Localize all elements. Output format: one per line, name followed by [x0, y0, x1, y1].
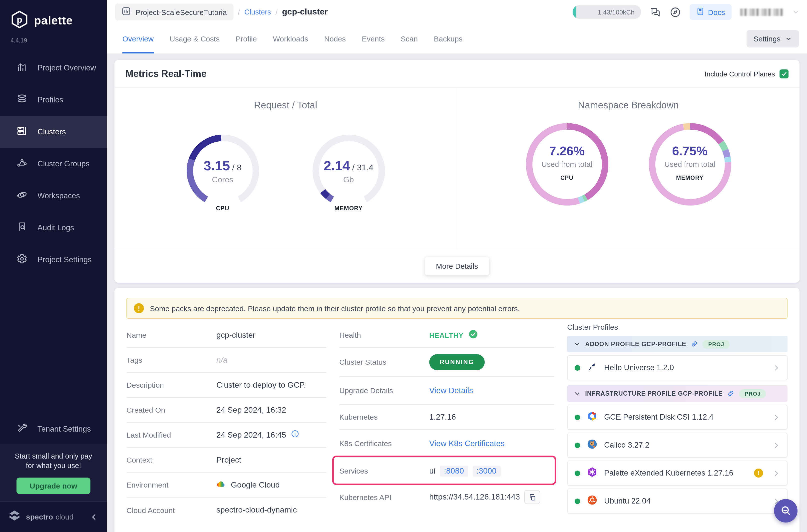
- sidebar-item-project-settings[interactable]: Project Settings: [0, 244, 107, 276]
- sidebar-item-audit-logs[interactable]: Audit Logs: [0, 212, 107, 244]
- view-details-link[interactable]: View Details: [429, 386, 473, 395]
- cluster-status-pill[interactable]: RUNNING: [429, 354, 485, 370]
- palette-logo-icon: p: [10, 10, 29, 31]
- memory-used-percent: 6.75%: [648, 144, 732, 158]
- tab-workloads[interactable]: Workloads: [273, 24, 308, 54]
- upgrade-now-button[interactable]: Upgrade now: [17, 478, 90, 494]
- tab-usage-costs[interactable]: Usage & Costs: [170, 24, 220, 54]
- row-kubernetes-api: Kubernetes API https://34.54.126.181:443: [339, 484, 554, 510]
- bar-chart-icon: [17, 61, 27, 74]
- search-assistant-fab[interactable]: [774, 499, 797, 522]
- include-control-planes-checkbox[interactable]: [780, 69, 789, 78]
- deprecated-packs-warning: ! Some packs are deprecated. Please upda…: [127, 298, 788, 319]
- chevron-right-icon: [772, 469, 780, 477]
- pack-row-hello-universe[interactable]: Hello Universe 1.2.0: [567, 355, 788, 380]
- settings-dropdown-button[interactable]: Settings: [747, 30, 799, 48]
- sidebar-item-project-overview[interactable]: Project Overview: [0, 52, 107, 84]
- tools-icon: [17, 423, 27, 436]
- pack-row-palette-extended-kubernetes[interactable]: Palette eXtended Kubernetes 1.27.16 !: [567, 460, 788, 486]
- row-environment: Environment Google Cloud: [127, 473, 326, 497]
- sidebar-collapse-icon[interactable]: [90, 513, 98, 521]
- healthy-check-icon: [468, 329, 478, 341]
- server-icon: [17, 126, 27, 138]
- user-menu-chevron-down-icon[interactable]: [792, 9, 799, 15]
- tab-profile[interactable]: Profile: [236, 24, 257, 54]
- tags-value: n/a: [217, 356, 228, 364]
- row-kubernetes: Kubernetes 1.27.16: [339, 405, 554, 430]
- cluster-tabbar: Overview Usage & Costs Profile Workloads…: [107, 24, 807, 54]
- warning-icon: !: [134, 303, 144, 313]
- cluster-profiles-title: Cluster Profiles: [567, 323, 788, 331]
- tab-overview[interactable]: Overview: [123, 24, 154, 54]
- sidebar-item-profiles[interactable]: Profiles: [0, 84, 107, 116]
- pack-row-calico[interactable]: Calico 3.27.2: [567, 433, 788, 458]
- magnifier-smile-icon: [779, 504, 792, 517]
- request-total-panel: Request / Total 3.15 / 8 Cores CPU: [114, 88, 457, 249]
- app-window: p palette 4.4.19 Project Overview Profil…: [0, 0, 807, 532]
- info-icon[interactable]: [290, 430, 299, 440]
- sidebar-item-clusters[interactable]: Clusters: [0, 116, 107, 148]
- gear-icon: [17, 253, 27, 266]
- link-icon: [691, 340, 698, 348]
- row-name: Name gcp-cluster: [127, 323, 326, 348]
- project-selector[interactable]: Project-ScaleSecureTutoria: [115, 3, 233, 20]
- breadcrumb-current-cluster: gcp-cluster: [282, 7, 328, 17]
- breadcrumb-clusters-link[interactable]: Clusters: [244, 8, 271, 16]
- sidebar-nav: Project Overview Profiles Clusters Clust…: [0, 52, 107, 276]
- tab-events[interactable]: Events: [362, 24, 385, 54]
- metrics-card-header: Metrics Real-Time Include Control Planes: [114, 60, 800, 88]
- user-name-redacted[interactable]: [740, 8, 784, 16]
- row-created-on: Created On 24 Sep 2024, 16:32: [127, 398, 326, 423]
- addon-profile-header[interactable]: ADDON PROFILE GCP-PROFILE PROJ: [567, 336, 788, 352]
- cpu-request-value: 3.15: [204, 158, 230, 173]
- tab-nodes[interactable]: Nodes: [324, 24, 346, 54]
- copy-api-url-button[interactable]: [524, 490, 540, 504]
- sidebar-item-tenant-settings[interactable]: Tenant Settings: [0, 415, 107, 443]
- tab-scan[interactable]: Scan: [401, 24, 418, 54]
- cluster-info-column: Name gcp-cluster Tags n/a Description Cl…: [127, 323, 326, 522]
- pack-row-ubuntu[interactable]: Ubuntu 22.04: [567, 489, 788, 514]
- more-details-button[interactable]: More Details: [425, 257, 489, 275]
- explore-compass-icon[interactable]: [670, 6, 681, 18]
- usage-quota-pill[interactable]: 1.43/100kCh: [573, 5, 641, 19]
- breadcrumb-separator: /: [275, 8, 277, 16]
- chevron-down-icon: [574, 340, 581, 347]
- sidebar-item-workspaces[interactable]: Workspaces: [0, 180, 107, 212]
- view-k8s-certificates-link[interactable]: View K8s Certificates: [429, 439, 505, 448]
- deprecated-warning-icon: !: [754, 469, 763, 478]
- cpu-used-percent: 7.26%: [524, 144, 609, 158]
- memory-gauge: 2.14 / 31.4 Gb MEMORY: [308, 131, 389, 212]
- spectro-cloud-logo-icon: [8, 509, 21, 524]
- cluster-profiles-column: Cluster Profiles ADDON PROFILE GCP-PROFI…: [567, 323, 788, 522]
- feedback-chat-icon[interactable]: [650, 6, 661, 18]
- tab-backups[interactable]: Backups: [434, 24, 463, 54]
- namespace-breakdown-title: Namespace Breakdown: [578, 100, 679, 111]
- row-cluster-status: Cluster Status RUNNING: [339, 348, 554, 377]
- metrics-charts: Request / Total 3.15 / 8 Cores CPU: [114, 88, 800, 249]
- svg-text:p: p: [17, 15, 22, 25]
- service-port-8080-link[interactable]: :8080: [440, 465, 468, 476]
- request-total-title: Request / Total: [254, 100, 317, 111]
- row-cloud-account: Cloud Account spectro-cloud-dynamic: [127, 497, 326, 522]
- pxk-icon: [587, 467, 598, 479]
- book-icon: [696, 7, 705, 17]
- memory-namespace-donut: 6.75% Used from total MEMORY: [648, 122, 732, 207]
- proj-scope-badge: PROJ: [739, 389, 766, 398]
- pack-row-gce-disk[interactable]: GCE Persistent Disk CSI 1.12.4: [567, 405, 788, 430]
- chevron-right-icon: [772, 364, 780, 372]
- include-control-planes: Include Control Planes: [705, 69, 789, 78]
- sidebar-item-cluster-groups[interactable]: Cluster Groups: [0, 148, 107, 180]
- docs-button[interactable]: Docs: [690, 4, 732, 20]
- link-icon: [727, 390, 735, 397]
- environment-value: Google Cloud: [231, 480, 280, 489]
- infrastructure-profile-header[interactable]: INFRASTRUCTURE PROFILE GCP-PROFILE PROJ: [567, 385, 788, 402]
- top-bar: Project-ScaleSecureTutoria / Clusters / …: [107, 0, 807, 24]
- kubernetes-version-value: 1.27.16: [429, 412, 456, 421]
- pack-status-dot: [575, 470, 580, 476]
- metrics-card-footer: More Details: [114, 249, 800, 283]
- row-upgrade-details: Upgrade Details View Details: [339, 377, 554, 405]
- brand-cloud: cloud: [55, 513, 73, 521]
- description-value: Cluster to deploy to GCP.: [217, 380, 306, 390]
- last-modified-value: 24 Sep 2024, 16:45: [217, 430, 286, 439]
- service-port-3000-link[interactable]: :3000: [472, 465, 501, 476]
